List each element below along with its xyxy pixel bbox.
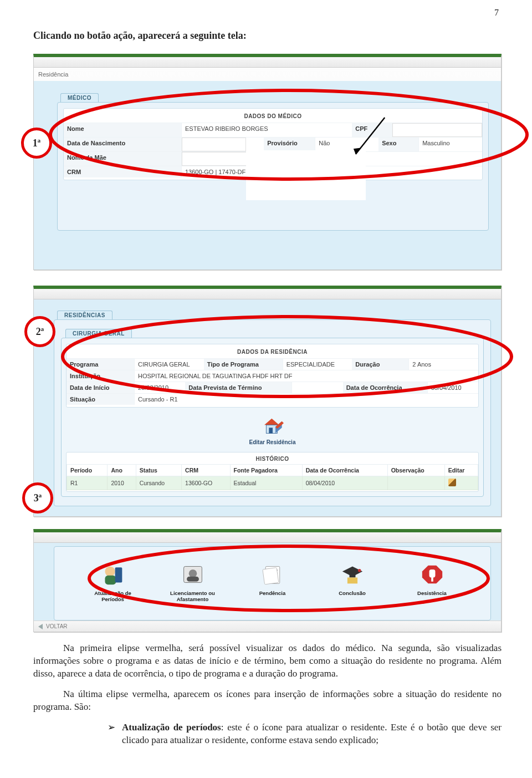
th-data-ocorrencia: Data de Ocorrência: [302, 465, 387, 476]
periods-icon: [101, 563, 125, 586]
svg-rect-25: [429, 569, 435, 578]
label-data-prevista: Data Prevista de Término: [185, 382, 292, 393]
action-desistencia[interactable]: Desistência: [407, 563, 458, 602]
annotation-badge-3: 3ª: [22, 482, 53, 513]
th-editar: Editar: [444, 465, 478, 476]
value-cpf-redacted: [392, 123, 482, 137]
graduation-icon: [340, 563, 365, 586]
value-situacao: Cursando - R1: [135, 394, 478, 405]
label-data-inicio: Data de Início: [66, 382, 135, 393]
historico-title: HISTÓRICO: [66, 452, 478, 464]
label-data-nascimento: Data de Nascimento: [64, 138, 182, 151]
value-data-inicio: 29/03/2010: [135, 382, 185, 393]
action-label: Pendência: [259, 590, 286, 596]
th-crm: CRM: [182, 465, 230, 476]
value-tipo-programa: ESPECIALIDADE: [283, 359, 352, 370]
screenshot-actions: Atualização de Períodos Licenciamento ou…: [33, 529, 502, 632]
value-instituicao: HOSPITAL REGIONAL DE TAGUATINGA FHDF HRT…: [135, 370, 478, 382]
value-data-prevista: [292, 382, 342, 393]
window-top-strip: [34, 289, 501, 299]
label-duracao: Duração: [352, 359, 409, 370]
stop-icon: [420, 563, 444, 586]
action-conclusao[interactable]: Conclusão: [327, 563, 378, 602]
license-icon: [181, 563, 205, 586]
window-top-strip: [34, 532, 501, 543]
label-provisorio: Provisório: [264, 138, 315, 151]
photo-placeholder-redacted: [246, 150, 366, 200]
svg-marker-3: [264, 419, 279, 425]
action-pendencia[interactable]: Pendência: [247, 563, 298, 602]
svg-rect-10: [105, 576, 116, 584]
action-atualizacao-periodos[interactable]: Atualização de Períodos: [88, 563, 139, 602]
back-arrow-icon: [38, 624, 43, 629]
bullet-item-atualizacao: Atualização de períodos: este é o ícone …: [122, 721, 502, 747]
label-data-ocorrencia: Data de Ocorrência: [343, 382, 428, 393]
label-sexo: Sexo: [378, 138, 419, 151]
value-programa: CIRURGIA GERAL: [135, 359, 204, 370]
value-sexo: Masculino: [419, 138, 482, 151]
th-status: Status: [136, 465, 181, 476]
label-situacao: Situação: [66, 394, 135, 405]
window-top-strip: [34, 57, 501, 68]
annotation-badge-2: 2ª: [24, 316, 55, 347]
th-ano: Ano: [108, 465, 136, 476]
label-nome-mae: Nome da Mãe: [64, 152, 182, 166]
editar-residencia-button[interactable]: Editar Residência: [66, 408, 479, 451]
value-dob-redacted: [182, 138, 246, 151]
voltar-button[interactable]: VOLTAR: [34, 621, 501, 632]
paragraph-1: Na primeira elipse vermelha, será possív…: [33, 642, 502, 680]
svg-rect-19: [262, 567, 278, 584]
label-instituicao: Instituição: [66, 370, 135, 382]
svg-rect-26: [431, 577, 433, 582]
svg-rect-22: [347, 577, 357, 583]
house-icon: [262, 416, 284, 435]
screenshot-medico: Residência MÉDICO DADOS DO MÉDICO Nome E…: [33, 54, 502, 270]
action-label: Licenciamento ou Afastamento: [170, 590, 215, 602]
page-number: 7: [494, 8, 499, 18]
pendency-icon: [260, 563, 285, 586]
tab-medico[interactable]: MÉDICO: [60, 93, 99, 102]
value-duracao: 2 Anos: [409, 359, 478, 370]
tab-cirurgia-geral[interactable]: CIRURGIA GERAL: [65, 329, 132, 338]
box-title-dados-medico: DADOS DO MÉDICO: [64, 111, 482, 123]
breadcrumb: Residência: [34, 68, 501, 81]
historico-table: Período Ano Status CRM Fonte Pagadora Da…: [66, 464, 478, 490]
value-provisorio: Não: [315, 138, 378, 151]
action-licenciamento[interactable]: Licenciamento ou Afastamento: [167, 563, 218, 602]
editar-residencia-label: Editar Residência: [66, 439, 479, 445]
value-nome: ESTEVAO RIBEIRO BORGES: [182, 123, 352, 137]
action-label: Conclusão: [339, 590, 366, 596]
svg-rect-7: [269, 428, 273, 433]
th-fonte-pagadora: Fonte Pagadora: [230, 465, 302, 476]
paragraph-2: Na última elipse vermelha, aparecem os í…: [33, 688, 502, 714]
label-cpf: CPF: [352, 123, 392, 137]
value-data-ocorrencia: 08/04/2010: [428, 382, 478, 393]
pencil-icon[interactable]: [448, 479, 456, 486]
tab-residencias[interactable]: RESIDÊNCIAS: [57, 311, 112, 319]
svg-rect-21: [349, 574, 355, 577]
th-periodo: Período: [67, 465, 108, 476]
label-crm: CRM: [64, 166, 182, 177]
label-tipo-programa: Tipo de Programa: [204, 359, 283, 370]
th-observacao: Observação: [387, 465, 444, 476]
svg-rect-14: [187, 577, 199, 582]
svg-point-23: [358, 569, 361, 572]
voltar-label: VOLTAR: [46, 623, 68, 629]
label-nome: Nome: [64, 123, 182, 137]
table-row: R1 2010 Cursando 13600-GO Estadual 08/04…: [67, 476, 478, 490]
svg-rect-11: [115, 567, 122, 582]
svg-point-9: [105, 566, 115, 576]
box-title-dados-residencia: DADOS DA RESIDÊNCIA: [66, 347, 478, 358]
action-label: Desistência: [417, 590, 447, 596]
annotation-badge-1: 1ª: [21, 128, 52, 159]
action-label: Atualização de Períodos: [94, 590, 131, 602]
screenshot-residencias: RESIDÊNCIAS CIRURGIA GERAL DADOS DA RESI…: [33, 286, 502, 517]
lead-paragraph: Clicando no botão ação, aparecerá a segu…: [33, 30, 502, 42]
label-programa: Programa: [66, 359, 135, 370]
svg-point-13: [188, 569, 197, 578]
